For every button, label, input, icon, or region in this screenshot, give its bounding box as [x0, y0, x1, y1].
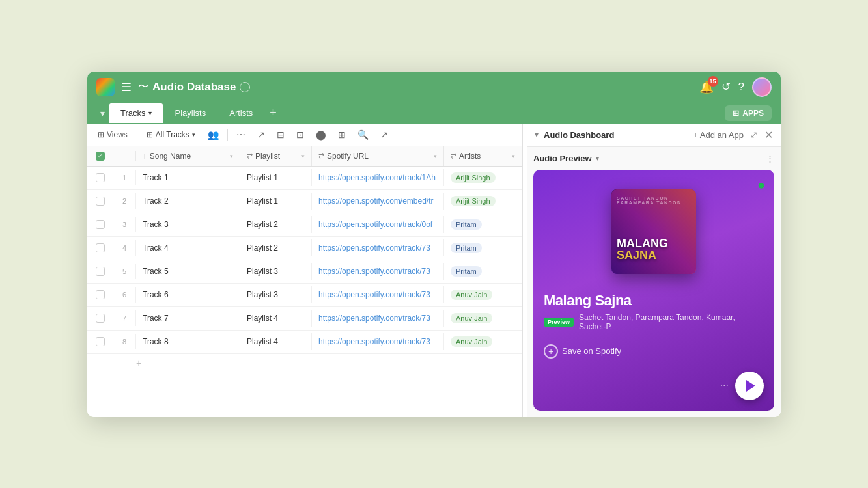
table-row[interactable]: 3 Track 3 Playlist 2 https://open.spotif… [87, 213, 522, 237]
th-song-name[interactable]: T Song Name ▾ [136, 146, 240, 166]
spotify-logo-icon: ● [757, 178, 765, 193]
nav-tabs: ▾ Tracks ▾ Playlists Artists + ⊞ APPS [87, 103, 781, 124]
help-icon[interactable]: ? [738, 81, 744, 94]
row-song-7: Track 8 [136, 333, 240, 350]
track-title: Malang Sajna [544, 292, 764, 309]
audio-preview-settings-icon[interactable]: ⋮ [766, 154, 774, 163]
row-checkbox-7[interactable] [87, 333, 113, 350]
header-title-area: 〜 Audio Database i [138, 80, 693, 94]
tab-tracks[interactable]: Tracks ▾ [109, 103, 163, 123]
play-button[interactable] [735, 372, 764, 400]
panel-collapse-icon[interactable]: ▾ [535, 130, 539, 139]
row-num-2: 3 [113, 217, 136, 232]
artist-type-icon: ⇄ [451, 152, 456, 160]
header: ☰ 〜 Audio Database i 🔔 15 ↺ ? [87, 72, 781, 103]
table-row[interactable]: 4 Track 4 Playlist 2 https://open.spotif… [87, 237, 522, 260]
history-icon[interactable]: ↺ [721, 80, 731, 94]
layout-icon[interactable]: ⊟ [273, 128, 288, 142]
table-row[interactable]: 1 Track 1 Playlist 1 https://open.spotif… [87, 167, 522, 190]
menu-icon[interactable]: ☰ [121, 80, 132, 94]
apps-grid-icon: ⊞ [733, 109, 739, 118]
notification-bell[interactable]: 🔔 15 [699, 80, 714, 94]
preview-badge-row: Preview Sachet Tandon, Parampara Tandon,… [544, 313, 764, 331]
row-checkbox-3[interactable] [87, 239, 113, 256]
more-icon[interactable]: ··· [720, 380, 729, 392]
more-options-icon[interactable]: ⋯ [233, 128, 249, 142]
row-song-2: Track 3 [136, 216, 240, 233]
add-tab-button[interactable]: + [264, 103, 282, 122]
row-num-0: 1 [113, 170, 136, 185]
th-artists[interactable]: ⇄ Artists ▾ [444, 146, 522, 166]
row-url-2[interactable]: https://open.spotify.com/track/0of [312, 216, 444, 233]
info-icon[interactable]: i [240, 82, 250, 92]
url-type-icon: ⇄ [318, 152, 324, 160]
toolbar-divider-2 [227, 129, 228, 141]
grid-icon: ⊞ [98, 130, 104, 139]
people-icon[interactable]: 👥 [204, 128, 222, 142]
row-url-3[interactable]: https://open.spotify.com/track/73 [312, 239, 444, 256]
sort-icon-4: ▾ [512, 153, 515, 159]
app-logo[interactable] [96, 78, 115, 96]
tab-artists[interactable]: Artists [217, 103, 264, 123]
export-icon[interactable]: ↗ [377, 128, 391, 142]
apps-button[interactable]: ⊞ APPS [725, 105, 772, 121]
row-url-0[interactable]: https://open.spotify.com/track/1Ah [312, 169, 444, 186]
table-area: ⊞ Views ⊞ All Tracks ▾ 👥 ⋯ ↗ ⊟ ⊡ ⬤ ⊞ 🔍 ↗ [87, 124, 523, 417]
save-row: + Save on Spotify [533, 340, 774, 366]
save-on-spotify-button[interactable]: Save on Spotify [562, 346, 621, 356]
views-button[interactable]: ⊞ Views [94, 128, 132, 141]
row-url-5[interactable]: https://open.spotify.com/track/73 [312, 286, 444, 303]
table-row[interactable]: 8 Track 8 Playlist 4 https://open.spotif… [87, 331, 522, 354]
audio-preview-dropdown-icon[interactable]: ▾ [596, 155, 599, 162]
table-body: 1 Track 1 Playlist 1 https://open.spotif… [87, 167, 522, 354]
add-app-button[interactable]: + Add an App [693, 130, 744, 140]
row-artist-4: Pritam [444, 262, 522, 280]
row-playlist-6: Playlist 4 [240, 310, 312, 327]
sort-icon-3: ▾ [434, 153, 437, 159]
row-playlist-5: Playlist 3 [240, 286, 312, 303]
panel-close-icon[interactable]: ✕ [764, 129, 773, 141]
th-spotify-url[interactable]: ⇄ Spotify URL ▾ [312, 146, 444, 166]
color-icon[interactable]: ⬤ [313, 128, 329, 142]
row-url-1[interactable]: https://open.spotify.com/embed/tr [312, 193, 444, 210]
table-row[interactable]: 5 Track 5 Playlist 3 https://open.spotif… [87, 260, 522, 284]
table-row[interactable]: 2 Track 2 Playlist 1 https://open.spotif… [87, 190, 522, 213]
row-checkbox-1[interactable] [87, 193, 113, 210]
app-title: Audio Database [152, 81, 236, 94]
table-row[interactable]: 7 Track 7 Playlist 4 https://open.spotif… [87, 307, 522, 331]
row-playlist-1: Playlist 1 [240, 193, 312, 210]
row-url-6[interactable]: https://open.spotify.com/track/73 [312, 310, 444, 327]
tab-playlists[interactable]: Playlists [163, 103, 218, 123]
row-url-7[interactable]: https://open.spotify.com/track/73 [312, 333, 444, 350]
row-checkbox-0[interactable] [87, 169, 113, 186]
row-checkbox-4[interactable] [87, 263, 113, 280]
all-tracks-button[interactable]: ⊞ All Tracks ▾ [143, 128, 199, 141]
search-icon[interactable]: 🔍 [354, 128, 372, 142]
row-artist-0: Arijit Singh [444, 169, 522, 187]
right-panel: ▾ Audio Dashboard + Add an App ⤢ ✕ Audio… [527, 124, 781, 417]
add-row-button[interactable]: + [87, 354, 522, 372]
save-plus-icon[interactable]: + [544, 344, 558, 359]
row-url-4[interactable]: https://open.spotify.com/track/73 [312, 263, 444, 280]
row-artist-2: Pritam [444, 215, 522, 234]
album-art: SACHET TANDON PARAMPARA TANDON MALANG SA… [611, 189, 696, 274]
panel-expand-icon[interactable]: ⤢ [750, 129, 758, 140]
player-controls: ··· [533, 366, 774, 411]
row-checkbox-2[interactable] [87, 216, 113, 233]
user-avatar[interactable] [752, 77, 772, 97]
panel-actions: + Add an App ⤢ ✕ [693, 129, 773, 141]
th-checkbox[interactable]: ✓ [87, 146, 113, 166]
column-icon[interactable]: ⊞ [335, 128, 349, 142]
row-checkbox-6[interactable] [87, 310, 113, 327]
tab-dropdown[interactable]: ▾ [96, 103, 109, 124]
share-icon[interactable]: ↗ [254, 128, 268, 142]
filter-icon[interactable]: ⊡ [293, 128, 307, 142]
audio-preview-header: Audio Preview ▾ ⋮ [533, 154, 774, 163]
table-row[interactable]: 6 Track 6 Playlist 3 https://open.spotif… [87, 284, 522, 307]
row-checkbox-5[interactable] [87, 286, 113, 303]
th-playlist[interactable]: ⇄ Playlist ▾ [240, 146, 312, 166]
row-song-6: Track 7 [136, 310, 240, 327]
row-num-6: 7 [113, 310, 136, 326]
select-all-checkbox[interactable]: ✓ [96, 152, 105, 161]
wave-icon: 〜 [138, 80, 148, 94]
